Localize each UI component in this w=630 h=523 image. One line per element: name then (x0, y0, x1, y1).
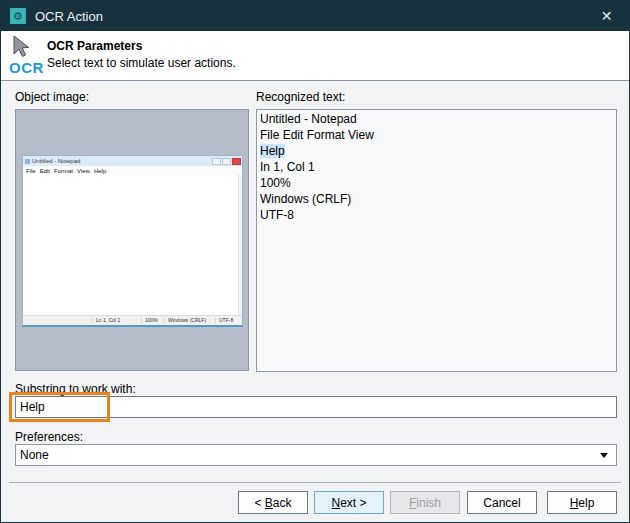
window-title: OCR Action (35, 9, 584, 24)
notepad-app-icon (25, 159, 30, 164)
notepad-close-icon (232, 158, 241, 165)
dialog-content: Object image: Untitled - Notepad File Ed… (1, 81, 629, 522)
notepad-title: Untitled - Notepad (32, 158, 211, 164)
notepad-minimize-icon (212, 158, 221, 165)
object-image-label: Object image: (15, 90, 89, 104)
notepad-scrollbar (238, 175, 242, 315)
list-item-text[interactable]: UTF-8 (260, 208, 294, 222)
preferences-label: Preferences: (15, 430, 83, 444)
list-item-text[interactable]: Windows (CRLF) (260, 192, 351, 206)
list-item-selected[interactable]: Help (260, 143, 613, 159)
list-item[interactable]: Untitled - Notepad (260, 111, 613, 127)
ocr-logo-text: OCR (9, 59, 44, 76)
object-image-panel: Untitled - Notepad File Edit Format View… (15, 109, 249, 371)
list-item-text[interactable]: 100% (260, 176, 291, 190)
notepad-menubar: File Edit Format View Help (23, 166, 242, 175)
notepad-status-encoding: UTF-8 (215, 318, 242, 323)
finish-button: Finish (390, 491, 460, 514)
list-item[interactable]: Windows (CRLF) (260, 191, 613, 207)
notepad-status-zoom: 100% (141, 318, 164, 323)
list-item[interactable]: File Edit Format View (260, 127, 613, 143)
titlebar[interactable]: ⚙ OCR Action ✕ (1, 1, 629, 31)
page-title: OCR Parameters (47, 39, 142, 53)
notepad-screenshot: Untitled - Notepad File Edit Format View… (22, 155, 243, 327)
preferences-select[interactable]: None (15, 444, 617, 466)
close-icon[interactable]: ✕ (584, 1, 629, 31)
list-item[interactable]: In 1, Col 1 (260, 159, 613, 175)
ocr-logo: OCR (9, 35, 49, 79)
label-mnemonic: N (331, 496, 340, 510)
notepad-menu-file: File (26, 168, 36, 174)
notepad-status-line-ending: Windows (CRLF) (164, 318, 215, 323)
notepad-maximize-icon (222, 158, 231, 165)
list-item-text[interactable]: In 1, Col 1 (260, 160, 315, 174)
notepad-status-cursor-pos: Ln 1, Col 1 (92, 318, 141, 323)
notepad-text-area (23, 175, 242, 315)
wizard-header: OCR OCR Parameters Select text to simula… (1, 31, 629, 81)
notepad-menu-help: Help (94, 168, 106, 174)
ocr-action-dialog: ⚙ OCR Action ✕ OCR OCR Parameters Select… (0, 0, 630, 523)
label-part: ext > (340, 496, 366, 510)
list-item[interactable]: 100% (260, 175, 613, 191)
notepad-menu-format: Format (54, 168, 73, 174)
label-mnemonic: H (570, 496, 579, 510)
cancel-button[interactable]: Cancel (467, 491, 537, 514)
list-item-text[interactable]: Untitled - Notepad (260, 112, 357, 126)
notepad-menu-edit: Edit (40, 168, 50, 174)
gear-glyph: ⚙ (13, 11, 23, 22)
app-gear-icon: ⚙ (10, 8, 26, 24)
label-mnemonic: F (409, 496, 416, 510)
list-item[interactable]: UTF-8 (260, 207, 613, 223)
footer-divider (9, 482, 621, 483)
recognized-text-label: Recognized text: (256, 90, 345, 104)
chevron-down-icon (600, 453, 608, 458)
label-mnemonic: B (265, 496, 273, 510)
label-part: ack (273, 496, 292, 510)
label-part: < (254, 496, 264, 510)
list-item-text[interactable]: File Edit Format View (260, 128, 374, 142)
substring-input[interactable] (15, 396, 617, 418)
label-part: elp (578, 496, 594, 510)
label-part: Cancel (483, 496, 520, 510)
help-button[interactable]: Help (547, 491, 617, 514)
notepad-statusbar: Ln 1, Col 1 100% Windows (CRLF) UTF-8 (23, 315, 242, 325)
cursor-icon (11, 35, 35, 61)
preferences-selected-value: None (16, 448, 600, 462)
next-button[interactable]: Next > (314, 491, 384, 514)
back-button[interactable]: < Back (238, 491, 308, 514)
notepad-menu-view: View (77, 168, 90, 174)
recognized-text-list[interactable]: Untitled - Notepad File Edit Format View… (256, 109, 617, 372)
substring-label: Substring to work with: (15, 382, 136, 396)
label-part: inish (416, 496, 441, 510)
notepad-titlebar: Untitled - Notepad (23, 156, 242, 166)
list-item-text[interactable]: Help (260, 144, 285, 158)
page-subtitle: Select text to simulate user actions. (47, 56, 236, 70)
